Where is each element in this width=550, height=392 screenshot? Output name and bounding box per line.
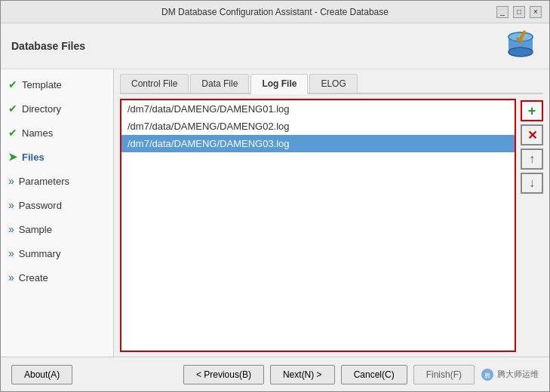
delete-icon: ✕ bbox=[527, 128, 537, 142]
svg-point-2 bbox=[509, 47, 533, 57]
content-area: ✔Template✔Directory✔Names➤Files»Paramete… bbox=[1, 69, 549, 357]
move-down-button[interactable]: ↓ bbox=[521, 173, 543, 194]
add-button[interactable]: + bbox=[521, 100, 543, 121]
sidebar-label-parameters: Parameters bbox=[19, 176, 69, 187]
arrow-green-icon: ➤ bbox=[8, 151, 17, 163]
sidebar-item-directory[interactable]: ✔Directory bbox=[1, 96, 113, 121]
file-list-item[interactable]: /dm7/data/DAMENG/DAMENG03.log bbox=[121, 135, 515, 152]
sidebar-label-create: Create bbox=[19, 272, 48, 283]
move-up-button[interactable]: ↑ bbox=[521, 149, 543, 170]
tab-control-file[interactable]: Control File bbox=[120, 74, 189, 93]
maximize-button[interactable]: □ bbox=[513, 6, 525, 18]
title-bar: DM Database Configuration Assistant - Cr… bbox=[1, 1, 549, 23]
finish-button[interactable]: Finish(F) bbox=[413, 365, 475, 384]
main-window: DM Database Configuration Assistant - Cr… bbox=[0, 0, 550, 392]
delete-button[interactable]: ✕ bbox=[521, 124, 543, 145]
header-bar: Database Files bbox=[1, 23, 549, 69]
watermark-text: 腾大师运维 bbox=[497, 369, 539, 380]
sidebar-label-summary: Summary bbox=[19, 248, 61, 259]
sidebar-item-create[interactable]: »Create bbox=[1, 265, 113, 289]
sidebar-label-files: Files bbox=[22, 152, 45, 163]
previous-button[interactable]: < Previous(B) bbox=[183, 365, 264, 384]
side-buttons: + ✕ ↑ ↓ bbox=[521, 99, 543, 352]
file-list-item[interactable]: /dm7/data/DAMENG/DAMENG02.log bbox=[121, 118, 515, 135]
minimize-button[interactable]: _ bbox=[496, 6, 509, 18]
tab-elog[interactable]: ELOG bbox=[309, 74, 357, 93]
window-title: DM Database Configuration Assistant - Cr… bbox=[54, 7, 496, 17]
file-list[interactable]: /dm7/data/DAMENG/DAMENG01.log/dm7/data/D… bbox=[120, 99, 516, 352]
main-panel: Control FileData FileLog FileELOG /dm7/d… bbox=[114, 69, 549, 357]
next-button[interactable]: Next(N) > bbox=[270, 365, 335, 384]
check-icon: ✔ bbox=[8, 78, 17, 90]
sidebar-label-password: Password bbox=[19, 200, 62, 211]
footer-left: About(A) bbox=[11, 365, 72, 384]
about-button[interactable]: About(A) bbox=[11, 365, 72, 384]
arrow-icon: » bbox=[8, 175, 14, 187]
sidebar-label-names: Names bbox=[22, 127, 53, 139]
sidebar-label-directory: Directory bbox=[22, 103, 61, 115]
footer: About(A) < Previous(B) Next(N) > Cancel(… bbox=[1, 357, 549, 391]
tab-bar: Control FileData FileLog FileELOG bbox=[120, 74, 543, 94]
sidebar-label-template: Template bbox=[22, 79, 62, 90]
up-icon: ↑ bbox=[529, 152, 535, 166]
arrow-icon: » bbox=[8, 223, 14, 235]
sidebar-item-summary[interactable]: »Summary bbox=[1, 241, 113, 265]
section-title: Database Files bbox=[11, 40, 85, 52]
tab-data-file[interactable]: Data File bbox=[190, 74, 249, 93]
check-icon: ✔ bbox=[8, 127, 17, 139]
svg-text:腾: 腾 bbox=[484, 372, 490, 379]
watermark: 腾 腾大师运维 bbox=[481, 368, 539, 381]
footer-right: < Previous(B) Next(N) > Cancel(C) Finish… bbox=[183, 365, 539, 384]
check-icon: ✔ bbox=[8, 103, 17, 115]
sidebar-label-sample: Sample bbox=[19, 224, 52, 235]
watermark-icon: 腾 bbox=[481, 368, 494, 381]
arrow-icon: » bbox=[8, 199, 14, 211]
database-icon bbox=[502, 28, 539, 64]
close-button[interactable]: × bbox=[530, 6, 542, 18]
add-icon: + bbox=[528, 103, 536, 119]
sidebar: ✔Template✔Directory✔Names➤Files»Paramete… bbox=[1, 69, 114, 357]
sidebar-item-files[interactable]: ➤Files bbox=[1, 145, 113, 169]
down-icon: ↓ bbox=[529, 176, 535, 190]
arrow-icon: » bbox=[8, 247, 14, 259]
sidebar-item-names[interactable]: ✔Names bbox=[1, 121, 113, 145]
window-controls: _ □ × bbox=[496, 6, 542, 18]
file-list-item[interactable]: /dm7/data/DAMENG/DAMENG01.log bbox=[121, 100, 515, 118]
sidebar-item-parameters[interactable]: »Parameters bbox=[1, 169, 113, 193]
sidebar-item-password[interactable]: »Password bbox=[1, 193, 113, 217]
cancel-button[interactable]: Cancel(C) bbox=[341, 365, 407, 384]
sidebar-item-sample[interactable]: »Sample bbox=[1, 217, 113, 241]
file-area: /dm7/data/DAMENG/DAMENG01.log/dm7/data/D… bbox=[120, 99, 543, 352]
arrow-icon: » bbox=[8, 271, 14, 283]
sidebar-item-template[interactable]: ✔Template bbox=[1, 72, 113, 96]
tab-log-file[interactable]: Log File bbox=[250, 74, 308, 94]
